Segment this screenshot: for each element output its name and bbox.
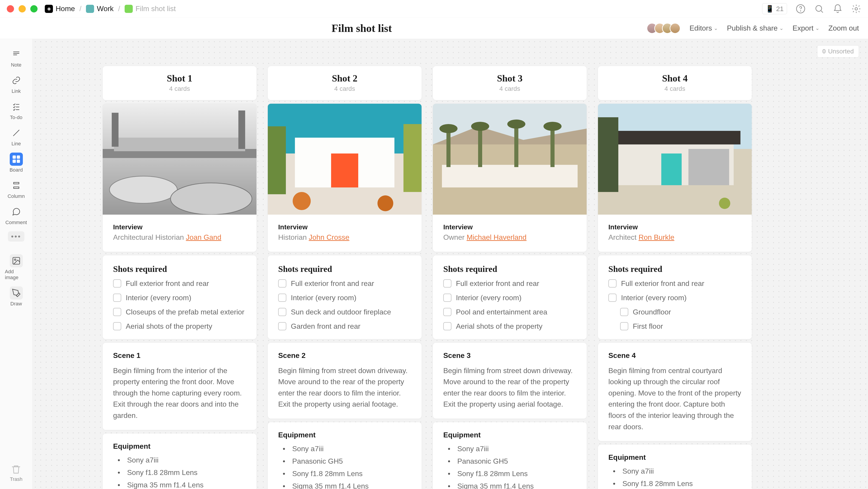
tool-column[interactable]: Column — [5, 177, 28, 201]
checkbox-icon[interactable] — [443, 294, 452, 302]
person-link[interactable]: Ron Burkle — [639, 233, 674, 241]
tool-comment[interactable]: Comment — [5, 203, 28, 227]
shot-item[interactable]: Aerial shots of the property — [443, 322, 576, 330]
checkbox-icon[interactable] — [443, 322, 452, 330]
collaborator-avatars[interactable] — [647, 23, 681, 34]
checkbox-icon[interactable] — [278, 308, 286, 316]
svg-rect-43 — [661, 153, 682, 185]
tool-add-image[interactable]: Add image — [5, 252, 28, 282]
device-sync-chip[interactable]: 📱 21 — [762, 3, 787, 14]
shot-item[interactable]: Interior (every room) — [278, 294, 411, 302]
column-header[interactable]: Shot 34 cards — [433, 66, 587, 100]
shots-card[interactable]: Shots requiredFull exterior front and re… — [433, 255, 587, 339]
shot-item[interactable]: Full exterior front and rear — [443, 279, 576, 288]
shot-item[interactable]: Closeups of the prefab metal exterior — [113, 308, 246, 316]
minimize-window-button[interactable] — [19, 5, 26, 12]
breadcrumb-separator: / — [80, 4, 82, 13]
equipment-card[interactable]: EquipmentSony a7iiiSony f1.8 28mm Lens — [598, 444, 752, 489]
comment-icon — [10, 205, 23, 218]
checkbox-icon[interactable] — [443, 279, 452, 288]
canvas[interactable]: 0 Unsorted Shot 14 cards Interview Archi… — [33, 39, 868, 489]
tool-trash[interactable]: Trash — [10, 464, 22, 482]
equipment-card[interactable]: EquipmentSony a7iiiPanasonic GH5Sony f1.… — [268, 422, 422, 489]
breadcrumb-home[interactable]: ⨳ Home — [45, 4, 75, 13]
shot-text: Interior (every room) — [126, 294, 191, 302]
shot-item[interactable]: Interior (every room) — [608, 294, 741, 302]
zoom-out-button[interactable]: Zoom out — [829, 24, 859, 32]
shot-item[interactable]: First floor — [620, 322, 741, 330]
interview-card[interactable]: Interview Owner Michael Haverland — [433, 104, 587, 252]
column-header[interactable]: Shot 44 cards — [598, 66, 752, 100]
column-header[interactable]: Shot 14 cards — [103, 66, 256, 100]
svg-rect-32 — [478, 128, 482, 167]
checkbox-icon[interactable] — [113, 279, 121, 288]
scene-body: Begin filming from the interior of the p… — [113, 365, 246, 421]
shot-item[interactable]: Interior (every room) — [443, 294, 576, 302]
shot-item[interactable]: Full exterior front and rear — [113, 279, 246, 288]
checkbox-icon[interactable] — [278, 279, 286, 288]
checkbox-icon[interactable] — [278, 294, 286, 302]
checkbox-icon[interactable] — [113, 322, 121, 330]
tool-note[interactable]: Note — [5, 46, 28, 70]
interview-card[interactable]: Interview Architectural Historian Joan G… — [103, 104, 256, 252]
scene-card[interactable]: Scene 1Begin filming from the interior o… — [103, 343, 256, 430]
tool-board[interactable]: Board — [5, 151, 28, 175]
gear-icon[interactable] — [851, 4, 861, 14]
equipment-card[interactable]: EquipmentSony a7iiiSony f1.8 28mm LensSi… — [103, 434, 256, 489]
tool-link[interactable]: Link — [5, 72, 28, 96]
shot-item[interactable]: Pool and entertainment area — [443, 308, 576, 316]
shot-item[interactable]: Groundfloor — [620, 308, 741, 316]
shot-text: Garden front and rear — [291, 322, 361, 330]
shots-card[interactable]: Shots requiredFull exterior front and re… — [598, 255, 752, 339]
editors-dropdown[interactable]: Editors⌄ — [689, 24, 718, 32]
column-card-count: 4 cards — [268, 85, 422, 92]
unsorted-chip[interactable]: 0 Unsorted — [817, 45, 859, 58]
tool-more[interactable]: ••• — [5, 230, 28, 243]
breadcrumb-page[interactable]: Film shot list — [125, 4, 176, 13]
search-icon[interactable] — [814, 4, 824, 14]
person-link[interactable]: John Crosse — [309, 233, 349, 241]
scene-title: Scene 4 — [608, 351, 741, 360]
link-icon — [10, 74, 23, 87]
tool-draw[interactable]: Draw — [5, 285, 28, 309]
shot-item[interactable]: Garden front and rear — [278, 322, 411, 330]
shot-item[interactable]: Full exterior front and rear — [608, 279, 741, 288]
publish-dropdown[interactable]: Publish & share⌄ — [727, 24, 783, 32]
checkbox-icon[interactable] — [113, 294, 121, 302]
equipment-card[interactable]: EquipmentSony a7iiiPanasonic GH5Sony f1.… — [433, 422, 587, 489]
help-icon[interactable] — [796, 4, 806, 14]
close-window-button[interactable] — [7, 5, 14, 12]
checkbox-icon[interactable] — [443, 308, 452, 316]
shot-item[interactable]: Interior (every room) — [113, 294, 246, 302]
breadcrumb-separator: / — [118, 4, 120, 13]
person-link[interactable]: Joan Gand — [186, 233, 221, 241]
bell-icon[interactable] — [833, 4, 843, 14]
svg-rect-34 — [551, 128, 555, 167]
interview-card[interactable]: Interview Historian John Crosse — [268, 104, 422, 252]
shot-item[interactable]: Aerial shots of the property — [113, 322, 246, 330]
shots-title: Shots required — [113, 264, 246, 274]
checkbox-icon[interactable] — [608, 279, 617, 288]
checkbox-icon[interactable] — [113, 308, 121, 316]
maximize-window-button[interactable] — [30, 5, 37, 12]
shot-item[interactable]: Full exterior front and rear — [278, 279, 411, 288]
tool-line[interactable]: Line — [5, 124, 28, 148]
interview-card[interactable]: Interview Architect Ron Burkle — [598, 104, 752, 252]
shot-item[interactable]: Sun deck and outdoor fireplace — [278, 308, 411, 316]
tool-todo[interactable]: To-do — [5, 98, 28, 122]
scene-card[interactable]: Scene 2Begin filming from street down dr… — [268, 343, 422, 419]
shots-card[interactable]: Shots requiredFull exterior front and re… — [268, 255, 422, 339]
checkbox-icon[interactable] — [608, 294, 617, 302]
person-link[interactable]: Michael Haverland — [467, 233, 527, 241]
checkbox-icon[interactable] — [620, 322, 628, 330]
svg-rect-5 — [17, 156, 20, 159]
checkbox-icon[interactable] — [620, 308, 628, 316]
checkbox-icon[interactable] — [278, 322, 286, 330]
scene-card[interactable]: Scene 4Begin filming from central courty… — [598, 343, 752, 441]
scene-card[interactable]: Scene 3Begin filming from street down dr… — [433, 343, 587, 419]
export-dropdown[interactable]: Export⌄ — [793, 24, 819, 32]
breadcrumb-work[interactable]: Work — [86, 4, 114, 13]
column-header[interactable]: Shot 24 cards — [268, 66, 422, 100]
shots-card[interactable]: Shots requiredFull exterior front and re… — [103, 255, 256, 339]
column-card-count: 4 cards — [598, 85, 752, 92]
